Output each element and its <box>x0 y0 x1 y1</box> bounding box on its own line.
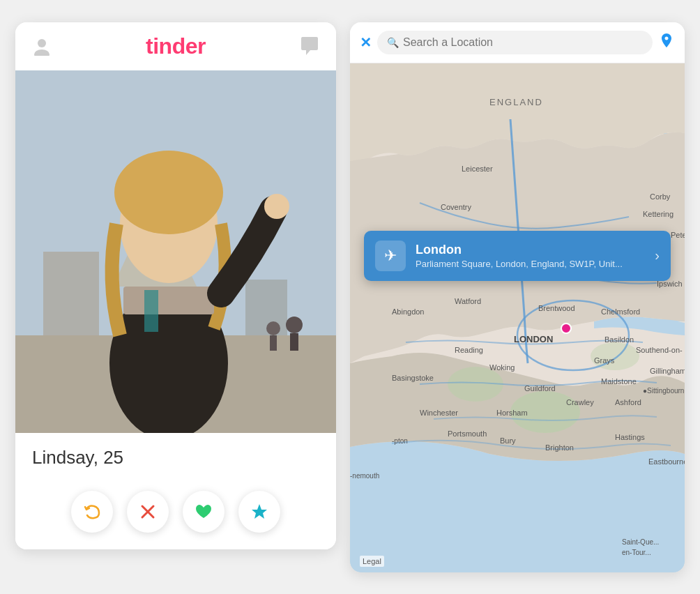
svg-text:Maidstone: Maidstone <box>601 377 637 386</box>
svg-point-15 <box>266 321 280 335</box>
like-button[interactable] <box>183 491 225 533</box>
svg-point-0 <box>38 39 46 47</box>
svg-text:ENGLAND: ENGLAND <box>489 97 543 107</box>
legal-text[interactable]: Legal <box>360 556 384 567</box>
svg-text:Grays: Grays <box>594 356 615 365</box>
app-container: tinder <box>1 8 699 586</box>
svg-text:Bury: Bury <box>500 436 516 445</box>
profile-name: Lindsay, 25 <box>32 447 319 469</box>
svg-text:-pton: -pton <box>392 437 408 445</box>
svg-point-12 <box>264 194 289 219</box>
svg-marker-19 <box>252 504 267 519</box>
tooltip-city: London <box>416 243 645 257</box>
svg-text:Corby: Corby <box>650 192 671 201</box>
undo-button[interactable] <box>71 491 113 533</box>
svg-text:Gillingham: Gillingham <box>650 367 685 375</box>
svg-text:Horsham: Horsham <box>496 409 528 417</box>
svg-text:Kettering: Kettering <box>643 210 674 218</box>
svg-text:-nemouth: -nemouth <box>350 472 379 480</box>
svg-text:Guildford: Guildford <box>524 384 556 393</box>
svg-text:Crawley: Crawley <box>566 398 594 406</box>
nope-button[interactable] <box>127 491 169 533</box>
location-tooltip[interactable]: ✈ London Parliament Square, London, Engl… <box>364 231 671 281</box>
tinder-card: tinder <box>15 22 336 549</box>
svg-text:Eastbourne: Eastbourne <box>648 457 685 466</box>
svg-text:Reading: Reading <box>455 346 483 354</box>
plane-icon: ✈ <box>384 247 397 265</box>
tinder-logo: tinder <box>146 33 206 59</box>
svg-text:Saint-Que...: Saint-Que... <box>622 538 659 546</box>
svg-text:●Sittingbourne: ●Sittingbourne <box>643 387 685 395</box>
svg-text:Hastings: Hastings <box>615 433 645 441</box>
close-button[interactable]: ✕ <box>360 36 372 50</box>
nope-icon <box>139 503 156 520</box>
svg-text:Peterborough: Peterborough <box>671 231 685 239</box>
profile-info: Lindsay, 25 <box>15 433 336 480</box>
like-icon <box>195 503 213 520</box>
plane-icon-container: ✈ <box>375 241 406 271</box>
svg-rect-11 <box>144 290 158 332</box>
svg-text:Basingstoke: Basingstoke <box>392 374 434 382</box>
map-panel: ✕ 🔍 <box>350 22 685 572</box>
svg-point-65 <box>561 323 571 333</box>
action-buttons <box>15 480 336 549</box>
svg-rect-16 <box>270 335 277 351</box>
profile-icon[interactable] <box>29 33 54 59</box>
svg-text:Chelmsford: Chelmsford <box>601 307 640 316</box>
tooltip-text: London Parliament Square, London, Englan… <box>416 243 645 269</box>
svg-text:Brentwood: Brentwood <box>538 304 575 312</box>
svg-rect-14 <box>290 333 298 351</box>
map-svg: ENGLAND King's Lynn Leicester Corby Kett… <box>350 63 685 572</box>
search-bar[interactable]: 🔍 <box>377 31 653 54</box>
profile-photo-svg <box>15 70 336 433</box>
undo-icon <box>84 503 100 520</box>
svg-text:Woking: Woking <box>489 363 515 372</box>
svg-text:Watford: Watford <box>455 297 481 305</box>
svg-text:Brighton: Brighton <box>545 443 574 452</box>
tooltip-address: Parliament Square, London, England, SW1P… <box>416 259 645 269</box>
svg-text:Coventry: Coventry <box>441 203 472 211</box>
svg-text:LONDON: LONDON <box>514 334 553 344</box>
svg-text:Basildon: Basildon <box>604 335 634 344</box>
svg-text:en-Tour...: en-Tour... <box>622 549 651 556</box>
superlike-button[interactable] <box>238 491 280 533</box>
svg-text:Ashford: Ashford <box>615 398 641 406</box>
svg-point-1 <box>34 50 50 56</box>
search-icon: 🔍 <box>387 37 399 48</box>
superlike-icon <box>250 503 268 521</box>
svg-text:Leicester: Leicester <box>462 165 493 173</box>
svg-text:Winchester: Winchester <box>420 409 458 417</box>
svg-rect-10 <box>123 287 214 314</box>
map-container: ENGLAND King's Lynn Leicester Corby Kett… <box>350 63 685 572</box>
map-header: ✕ 🔍 <box>350 22 685 63</box>
svg-text:Abingdon: Abingdon <box>392 307 425 316</box>
svg-text:Southend-on-: Southend-on- <box>636 346 683 354</box>
chat-icon[interactable] <box>297 33 322 59</box>
profile-photo <box>15 70 336 433</box>
card-header: tinder <box>15 22 336 70</box>
svg-text:Portsmouth: Portsmouth <box>448 429 487 438</box>
location-pin-button[interactable] <box>658 32 675 53</box>
chevron-right-icon: › <box>655 247 660 264</box>
svg-point-9 <box>114 151 223 234</box>
search-input[interactable] <box>403 36 643 49</box>
svg-point-13 <box>286 317 303 333</box>
